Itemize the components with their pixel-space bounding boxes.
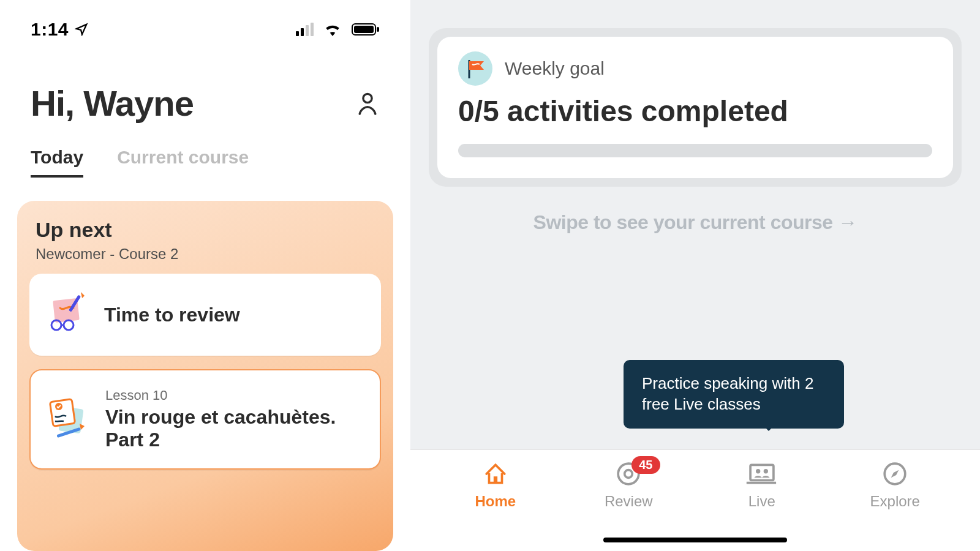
goal-progress-bar: [458, 144, 932, 157]
status-time: 1:14: [31, 19, 69, 40]
up-next-subtitle: Newcomer - Course 2: [36, 246, 375, 263]
greeting-text: Hi, Wayne: [31, 83, 194, 124]
tab-label: Explore: [870, 493, 920, 510]
svg-marker-24: [891, 470, 899, 478]
svg-rect-19: [750, 465, 774, 480]
home-indicator: [603, 538, 787, 542]
wifi-icon: [323, 23, 342, 36]
tab-label: Home: [475, 493, 516, 510]
card-text: Lesson 10 Vin rouge et cacahuètes. Part …: [105, 388, 366, 451]
left-screenshot: 1:14 Hi, Wayne Today Current course Up n…: [0, 0, 410, 551]
card-time-to-review[interactable]: Time to review: [29, 274, 381, 356]
goal-value: 0/5 activities completed: [458, 94, 932, 128]
svg-rect-16: [494, 476, 497, 483]
up-next-title: Up next: [36, 218, 375, 242]
tab-current-course[interactable]: Current course: [117, 147, 249, 178]
compass-icon: [881, 461, 908, 487]
svg-rect-2: [377, 27, 379, 32]
svg-point-3: [363, 94, 372, 102]
card-title: Time to review: [104, 304, 240, 326]
review-artwork-icon: [43, 291, 91, 339]
user-icon: [357, 92, 378, 115]
battery-icon: [352, 23, 380, 36]
right-screenshot: Weekly goal 0/5 activities completed Swi…: [410, 0, 980, 551]
svg-marker-6: [81, 292, 85, 298]
location-arrow-icon: [75, 23, 88, 36]
review-badge: 45: [631, 456, 660, 474]
weekly-goal-container: Weekly goal 0/5 activities completed: [429, 28, 962, 187]
flag-icon: [458, 51, 492, 86]
classroom-icon: [746, 461, 778, 487]
cellular-signal-icon: [296, 23, 314, 36]
live-tooltip: Practice speaking with 2 free Live class…: [624, 360, 844, 429]
svg-point-8: [64, 320, 74, 330]
content-tabs: Today Current course: [0, 129, 410, 178]
tab-live[interactable]: Live: [707, 461, 817, 510]
swipe-hint: Swipe to see your current course →: [410, 211, 980, 234]
svg-rect-1: [354, 26, 374, 33]
tab-label: Live: [748, 493, 775, 510]
svg-point-22: [763, 469, 767, 473]
bottom-tab-bar: Home 45 Review Live Explore: [410, 449, 980, 551]
svg-rect-11: [50, 399, 75, 426]
card-lesson-10[interactable]: Lesson 10 Vin rouge et cacahuètes. Part …: [29, 369, 381, 470]
tab-home[interactable]: Home: [440, 461, 551, 510]
card-title: Vin rouge et cacahuètes. Part 2: [105, 406, 366, 451]
up-next-panel: Up next Newcomer - Course 2 Time to revi…: [17, 201, 393, 551]
tab-review[interactable]: 45 Review: [573, 461, 684, 510]
weekly-goal-card[interactable]: Weekly goal 0/5 activities completed: [437, 37, 953, 178]
tab-label: Review: [605, 493, 653, 510]
svg-point-18: [625, 470, 633, 478]
card-text: Time to review: [104, 304, 240, 326]
greeting-row: Hi, Wayne: [0, 58, 410, 129]
goal-label: Weekly goal: [505, 58, 605, 79]
tab-explore[interactable]: Explore: [840, 461, 950, 510]
home-icon: [482, 461, 509, 487]
up-next-header: Up next Newcomer - Course 2: [17, 218, 393, 274]
status-time-group: 1:14: [31, 19, 88, 40]
card-kicker: Lesson 10: [105, 388, 366, 403]
status-right: [296, 23, 380, 36]
svg-point-21: [756, 469, 760, 473]
status-bar: 1:14: [0, 0, 410, 58]
lesson-artwork-icon: [44, 395, 92, 443]
tab-today[interactable]: Today: [31, 147, 83, 178]
profile-button[interactable]: [355, 91, 380, 116]
goal-header: Weekly goal: [458, 51, 932, 86]
